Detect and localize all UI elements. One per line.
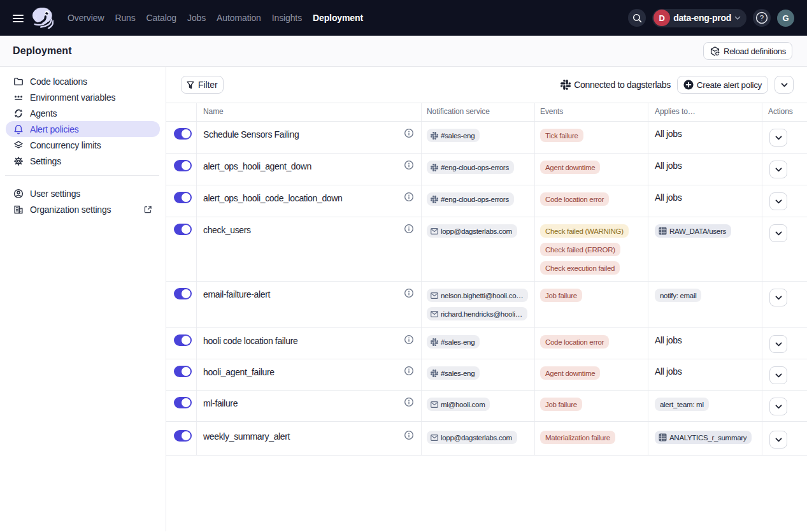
svg-text:?: ?	[760, 14, 764, 22]
